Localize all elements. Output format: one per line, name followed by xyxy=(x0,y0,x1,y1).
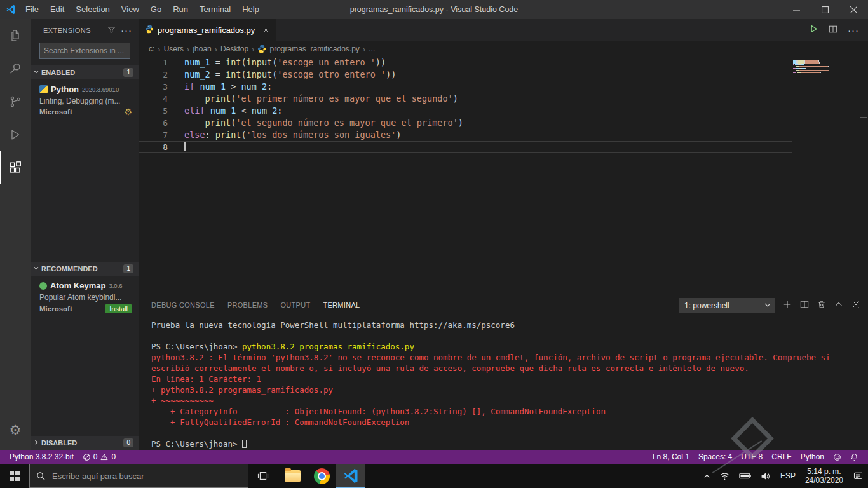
close-panel-icon[interactable] xyxy=(851,300,860,311)
panel-tab-debug-console[interactable]: DEBUG CONSOLE xyxy=(151,294,215,316)
action-center-icon[interactable] xyxy=(848,464,868,488)
kill-terminal-icon[interactable] xyxy=(817,300,826,311)
status-encoding[interactable]: UTF-8 xyxy=(736,452,767,461)
feedback-icon[interactable] xyxy=(829,453,846,461)
breadcrumb-item[interactable]: jhoan xyxy=(193,44,211,53)
split-terminal-icon[interactable] xyxy=(800,300,809,311)
extensions-search-input[interactable] xyxy=(39,43,130,59)
menu-run[interactable]: Run xyxy=(167,0,194,19)
line-number[interactable]: 7 xyxy=(139,129,168,141)
code-line-1[interactable]: 1num_1 = int(input('escoge un entero ')) xyxy=(139,57,792,69)
tab-close-icon[interactable] xyxy=(262,27,269,34)
taskbar-search[interactable] xyxy=(29,464,248,488)
sidebar-item-extensions[interactable] xyxy=(0,151,31,184)
hidden-icons-chevron[interactable] xyxy=(699,464,715,488)
status-python-version[interactable]: Python 3.8.2 32-bit xyxy=(5,452,78,461)
menu-go[interactable]: Go xyxy=(145,0,167,19)
line-number[interactable]: 4 xyxy=(139,93,168,105)
code-token: num_2 xyxy=(252,105,278,116)
code-line-6[interactable]: 6 print('el segundo número es mayor que … xyxy=(139,117,792,129)
split-editor-icon[interactable] xyxy=(829,25,837,36)
code-line-8[interactable]: 8 xyxy=(139,141,792,153)
install-button[interactable]: Install xyxy=(105,304,132,313)
editor-more-actions-icon[interactable]: ··· xyxy=(848,28,859,33)
menu-terminal[interactable]: Terminal xyxy=(194,0,236,19)
run-button[interactable] xyxy=(809,24,818,36)
line-number[interactable]: 6 xyxy=(139,117,168,129)
code-line-4[interactable]: 4 print('el primer número es mayor que e… xyxy=(139,93,792,105)
editor-tab[interactable]: programas_ramificados.py xyxy=(139,19,276,41)
section-enabled[interactable]: ENABLED 1 xyxy=(31,65,139,79)
sidebar-item-search[interactable] xyxy=(0,52,31,85)
status-problems[interactable]: 0 0 xyxy=(78,452,120,461)
new-terminal-icon[interactable] xyxy=(783,300,792,311)
notifications-bell-icon[interactable] xyxy=(846,453,863,461)
close-button[interactable] xyxy=(839,0,868,19)
breadcrumb-item[interactable]: c: xyxy=(149,44,154,53)
line-number[interactable]: 1 xyxy=(139,57,168,69)
line-number[interactable]: 5 xyxy=(139,105,168,117)
code-line-7[interactable]: 7else: print('los dos números son iguale… xyxy=(139,129,792,141)
breadcrumb-item[interactable]: ... xyxy=(369,44,375,53)
chevron-down-icon xyxy=(33,69,39,76)
manage-gear-icon[interactable]: ⚙ xyxy=(124,108,132,116)
extension-item-python[interactable]: Python 2020.3.69010 Linting, Debugging (… xyxy=(31,79,139,121)
line-number[interactable]: 8 xyxy=(139,142,168,152)
menu-edit[interactable]: Edit xyxy=(44,0,70,19)
menu-selection[interactable]: Selection xyxy=(70,0,115,19)
line-number[interactable]: 2 xyxy=(139,69,168,81)
code-line-2[interactable]: 2num_2 = int(input('escoge otro entero '… xyxy=(139,69,792,81)
code-editor[interactable]: 1num_1 = int(input('escoge un entero '))… xyxy=(139,57,868,294)
menu-file[interactable]: File xyxy=(20,0,44,19)
status-indentation[interactable]: Spaces: 4 xyxy=(694,452,736,461)
sidebar-item-run-debug[interactable] xyxy=(0,118,31,151)
task-view-button[interactable] xyxy=(248,464,278,488)
more-actions-icon[interactable]: ··· xyxy=(121,28,132,33)
panel-tab-problems[interactable]: PROBLEMS xyxy=(227,294,268,316)
breadcrumb-item[interactable]: Users xyxy=(164,44,184,53)
sidebar-item-source-control[interactable] xyxy=(0,85,31,118)
minimize-button[interactable] xyxy=(782,0,811,19)
section-disabled[interactable]: DISABLED 0 xyxy=(31,436,139,450)
terminal-shell-select[interactable]: 1: powershell xyxy=(679,298,775,313)
filter-icon[interactable] xyxy=(107,25,116,35)
text-cursor xyxy=(184,142,186,151)
status-eol[interactable]: CRLF xyxy=(767,452,796,461)
minimap[interactable] xyxy=(793,58,858,74)
maximize-button[interactable] xyxy=(811,0,839,19)
file-explorer-button[interactable] xyxy=(278,464,307,488)
clock-time: 5:14 p. m. xyxy=(805,467,843,476)
menu-view[interactable]: View xyxy=(116,0,145,19)
terminal[interactable]: Prueba la nueva tecnología PowerShell mu… xyxy=(139,316,868,450)
clock[interactable]: 5:14 p. m. 24/03/2020 xyxy=(800,467,848,485)
chrome-button[interactable] xyxy=(307,464,336,488)
search-icon xyxy=(8,62,22,76)
section-recommended[interactable]: RECOMMENDED 1 xyxy=(31,262,139,276)
maximize-panel-icon[interactable] xyxy=(834,300,843,311)
start-button[interactable] xyxy=(0,464,29,488)
breadcrumb-separator: › xyxy=(158,44,160,54)
taskbar-search-input[interactable] xyxy=(51,471,248,482)
battery-icon[interactable] xyxy=(735,464,756,488)
code-token: ( xyxy=(241,57,246,67)
breadcrumb-item[interactable]: programas_ramificados.py xyxy=(269,44,359,53)
language-indicator[interactable]: ESP xyxy=(776,464,800,488)
breadcrumb-item[interactable]: Desktop xyxy=(220,44,248,53)
code-line-3[interactable]: 3if num_1 > num_2: xyxy=(139,81,792,93)
line-number[interactable]: 3 xyxy=(139,81,168,93)
tab-bar: programas_ramificados.py ··· xyxy=(139,19,868,41)
volume-icon[interactable] xyxy=(756,464,776,488)
code-token: > xyxy=(226,81,241,92)
panel-tab-terminal[interactable]: TERMINAL xyxy=(323,294,360,316)
status-cursor-position[interactable]: Ln 8, Col 1 xyxy=(648,452,694,461)
wifi-icon[interactable] xyxy=(715,464,735,488)
status-language-mode[interactable]: Python xyxy=(796,452,829,461)
sidebar-item-explorer[interactable] xyxy=(0,19,31,52)
code-line-5[interactable]: 5elif num_1 < num_2: xyxy=(139,105,792,117)
menu-help[interactable]: Help xyxy=(236,0,265,19)
settings-gear-icon[interactable]: ⚙ xyxy=(0,414,31,446)
vscode-taskbar-button[interactable] xyxy=(336,464,365,488)
extension-item-atom-keymap[interactable]: Atom Keymap 3.0.6 Popular Atom keybindi.… xyxy=(31,276,139,318)
panel-tab-output[interactable]: OUTPUT xyxy=(280,294,310,316)
breadcrumb-separator: › xyxy=(187,44,189,54)
